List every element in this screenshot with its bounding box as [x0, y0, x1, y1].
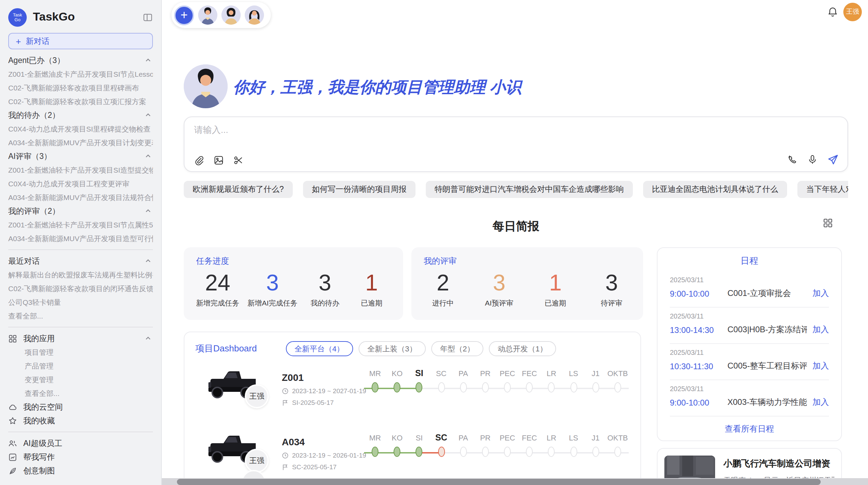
sidebar-tool[interactable]: 帮我写作	[8, 450, 153, 464]
sidebar-item[interactable]: A034-全新新能源MUV产品开发项目计划变更表编写	[8, 136, 153, 149]
stat-label: AI预评审	[485, 299, 514, 308]
paperclip-icon[interactable]	[193, 155, 204, 166]
new-chat-button[interactable]: + 新对话	[8, 33, 153, 49]
team-avatar[interactable]	[221, 5, 241, 25]
project-dates: 2023-12-19 ~ 2027-01-19	[282, 387, 366, 395]
stat-label: 进行中	[432, 299, 454, 308]
add-member-button[interactable]: +	[174, 5, 194, 25]
sidebar-tool[interactable]: 创意制图	[8, 464, 153, 477]
user-avatar[interactable]: 王强	[843, 3, 862, 21]
schedule-card: 日程 2025/03/11 9:00-10:00 C001-立项审批会 加入 2…	[657, 247, 842, 441]
mic-icon[interactable]	[807, 154, 818, 165]
chat-input[interactable]	[194, 124, 838, 150]
milestone-label: PR	[474, 431, 496, 445]
project-next-milestone: SC-2025-05-17	[282, 463, 366, 471]
sidebar-section-header[interactable]: 我的评审（2）	[8, 204, 153, 218]
event-title: C005-整车工程目标评审	[727, 360, 807, 372]
recent-chats-header[interactable]: 最近对话	[8, 254, 153, 268]
team-avatar[interactable]	[245, 5, 264, 25]
app-title: TaskGo	[33, 10, 75, 24]
sidebar-link[interactable]: 我的收藏	[8, 414, 153, 427]
chevron-up-icon	[145, 112, 153, 119]
divider	[8, 327, 153, 327]
image-icon[interactable]	[213, 155, 224, 166]
project-next-milestone: SI-2025-05-17	[282, 399, 366, 406]
sidebar-item[interactable]: C02-飞腾新能源轻客改款项目立项汇报方案	[8, 95, 153, 108]
briefing-title: 每日简报	[184, 219, 848, 234]
app-item[interactable]: 查看全部...	[8, 386, 153, 400]
recent-chat-item[interactable]: C02-飞腾新能源轻客改款项目的闭环通告反馈情况	[8, 282, 153, 295]
stat-value: 3	[605, 269, 618, 297]
app-item[interactable]: 变更管理	[8, 373, 153, 386]
write-icon	[8, 452, 17, 461]
suggestion-chip[interactable]: 欧洲新规最近颁布了什么?	[184, 181, 293, 198]
sidebar-item[interactable]: A034-全新新能源MUV产品开发项目造型可行性评审	[8, 232, 153, 245]
recent-chat-item[interactable]: 查看全部...	[8, 309, 153, 323]
notifications-bell-icon[interactable]	[827, 6, 839, 18]
sidebar-item[interactable]: C02-飞腾新能源轻客改款项目里程碑画布	[8, 81, 153, 95]
milestone-label: OKTB	[606, 366, 628, 380]
layout-grid-icon[interactable]	[823, 218, 833, 228]
composer-left-tools	[193, 155, 244, 166]
stat: 1 已逾期	[536, 269, 575, 308]
milestone-label: PA	[452, 431, 474, 445]
app-item[interactable]: 项目管理	[8, 345, 153, 359]
schedule-event: 2025/03/11 9:00-10:00 X003-车辆动力学性能验... 加…	[670, 380, 829, 416]
flag-icon	[282, 463, 289, 470]
stat: 3 新增AI完成任务	[248, 269, 298, 308]
team-avatar[interactable]	[198, 5, 217, 25]
sidebar-item[interactable]: Z001-全新燃油皮卡产品开发项目SI节点Lesson Learn报告	[8, 67, 153, 81]
milestone-dot	[614, 447, 621, 457]
dashboard-tab[interactable]: 全新上装（3）	[358, 341, 425, 356]
join-link[interactable]: 加入	[812, 288, 829, 299]
recent-chat-item[interactable]: 公司Q3轻卡销量	[8, 295, 153, 309]
stat-label: 待评审	[601, 299, 623, 308]
star-icon	[8, 416, 17, 425]
recent-chat-item[interactable]: 解释最新出台的欧盟报废车法规再生塑料比例被调至15%...	[8, 268, 153, 282]
composer-right-tools	[787, 153, 839, 166]
app-item[interactable]: 产品管理	[8, 359, 153, 373]
sidebar-section: AI评审（3） Z001-全新燃油轻卡产品开发项目SI造型提交物评审C0X4-动…	[8, 149, 153, 204]
suggestion-chip[interactable]: 比亚迪全固态电池计划具体说了什么	[643, 181, 787, 198]
collapse-sidebar-icon[interactable]	[143, 12, 153, 22]
stat-value: 1	[365, 269, 378, 297]
join-link[interactable]: 加入	[812, 324, 829, 336]
join-link[interactable]: 加入	[812, 360, 829, 372]
chevron-up-icon	[145, 57, 153, 64]
send-icon[interactable]	[827, 153, 839, 166]
dashboard-tab[interactable]: 年型（2）	[431, 341, 483, 356]
suggestion-chip[interactable]: 如何写一份清晰的项目周报	[303, 181, 415, 198]
suggestion-chip[interactable]: 当下年轻人对汽车外观有怎样的喜好趋势	[797, 181, 848, 198]
view-all-schedule-link[interactable]: 查看所有日程	[670, 416, 829, 435]
dashboard-tab[interactable]: 动总开发（1）	[489, 341, 556, 356]
sidebar-link[interactable]: 我的云空间	[8, 400, 153, 414]
scissors-icon[interactable]	[233, 155, 244, 166]
sidebar-item[interactable]: A034-全新新能源MUV产品开发项目法规符合性评审	[8, 190, 153, 204]
team-pill: +	[171, 2, 271, 28]
sidebar-item[interactable]: Z001-全新燃油轻卡产品开发项目SI造型提交物评审	[8, 163, 153, 177]
dashboard-tab[interactable]: 全新平台（4）	[286, 341, 353, 356]
sidebar-section-header[interactable]: AI评审（3）	[8, 149, 153, 163]
stat-label: 我的待办	[311, 299, 339, 308]
suggestion-chip[interactable]: 特朗普可能对进口汽车增税会对中国车企造成哪些影响	[426, 181, 633, 198]
sidebar-section-header[interactable]: 我的待办（2）	[8, 108, 153, 122]
milestone-label: LS	[563, 431, 584, 445]
milestone-dot	[438, 382, 445, 393]
sidebar-item[interactable]: Z001-全新燃油轻卡产品开发项目SI节点属性5D文件评审	[8, 218, 153, 232]
stat: 24 新增完成任务	[196, 269, 239, 308]
app-logo-icon: Task Go	[8, 8, 27, 26]
schedule-title: 日程	[670, 255, 829, 271]
card-title: 任务进度	[196, 256, 391, 267]
dashboard-tabs: 全新平台（4）全新上装（3）年型（2）动总开发（1）	[286, 341, 556, 356]
project-row[interactable]: 王强 Z001 2023-12-19 ~ 2027-01-19 SI-2025-…	[195, 366, 629, 420]
clock-icon	[282, 452, 289, 459]
sidebar-tool[interactable]: AI超级员工	[8, 436, 153, 450]
horizontal-scrollbar-thumb[interactable]	[177, 479, 821, 485]
sidebar-item[interactable]: C0X4-动力总成开发项目SI里程碑提交物检查	[8, 122, 153, 136]
sidebar-section-header[interactable]: Agent已办（3）	[8, 53, 153, 67]
event-date: 2025/03/11	[670, 385, 829, 393]
my-apps-header[interactable]: 我的应用	[8, 332, 153, 345]
join-link[interactable]: 加入	[812, 397, 829, 408]
sidebar-item[interactable]: C0X4-动力总成开发项目工程变更评审	[8, 177, 153, 190]
phone-icon[interactable]	[787, 154, 798, 165]
